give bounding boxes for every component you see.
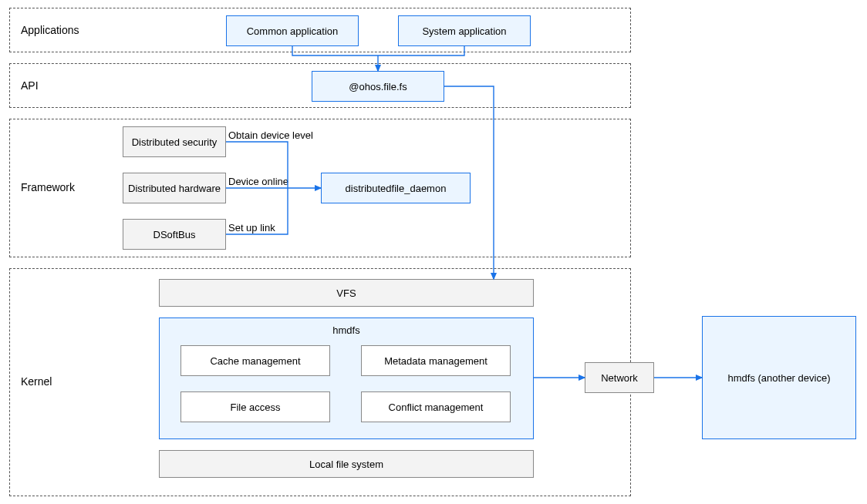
- box-system-application: System application: [398, 15, 531, 46]
- box-distributed-security: Distributed security: [123, 126, 226, 157]
- layer-api-label: API: [21, 79, 39, 92]
- box-distributed-hardware: Distributed hardware: [123, 173, 226, 203]
- box-hmdfs-another-device: hmdfs (another device): [702, 316, 856, 439]
- label-device-online: Device online: [228, 176, 288, 187]
- box-dsoftbus: DSoftBus: [123, 219, 226, 250]
- box-local-file-system: Local file system: [159, 450, 534, 478]
- box-network: Network: [585, 362, 654, 393]
- box-metadata-management: Metadata management: [361, 345, 511, 376]
- box-cache-management: Cache management: [180, 345, 330, 376]
- layer-framework-label: Framework: [21, 181, 75, 193]
- box-conflict-management: Conflict management: [361, 391, 511, 422]
- layer-applications-label: Applications: [21, 24, 79, 36]
- box-common-application: Common application: [226, 15, 359, 46]
- box-file-access: File access: [180, 391, 330, 422]
- box-distributedfile-daemon: distributedfile_daemon: [321, 173, 471, 203]
- box-ohos-file-fs: @ohos.file.fs: [312, 71, 444, 102]
- layer-kernel-label: Kernel: [21, 375, 52, 388]
- layer-framework: Framework: [9, 119, 631, 257]
- label-setup-link: Set up link: [228, 222, 275, 234]
- box-vfs: VFS: [159, 279, 534, 307]
- label-hmdfs: hmdfs: [160, 324, 533, 336]
- label-obtain-device-level: Obtain device level: [228, 129, 313, 141]
